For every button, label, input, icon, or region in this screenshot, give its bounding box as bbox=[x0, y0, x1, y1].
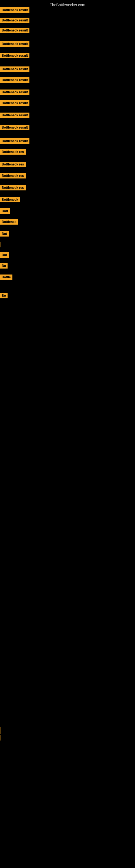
bottleneck-badge: Bottlenec bbox=[0, 219, 18, 225]
bottleneck-badge: Bottleneck result bbox=[0, 53, 30, 58]
bottleneck-badge: Bot bbox=[0, 231, 9, 237]
bottleneck-badge: Bottleneck result bbox=[0, 18, 30, 23]
bottleneck-badge: Bottle bbox=[0, 275, 12, 280]
bottleneck-badge: Bo bbox=[0, 293, 8, 299]
bottleneck-badge: Bottleneck res bbox=[0, 173, 26, 179]
bottleneck-badge: Bottleneck result bbox=[0, 125, 30, 130]
bottleneck-badge: Bottleneck res bbox=[0, 162, 26, 167]
bottleneck-badge: Bottleneck result bbox=[0, 113, 30, 118]
bottleneck-badge: Bottleneck res bbox=[0, 185, 26, 190]
bottleneck-badge: Bottleneck result bbox=[0, 41, 30, 46]
bottleneck-badge: Bottleneck result bbox=[0, 28, 30, 33]
bottleneck-badge: Bottleneck bbox=[0, 197, 20, 203]
vertical-line bbox=[1, 242, 1, 247]
bottleneck-badge: Bottleneck result bbox=[0, 100, 30, 106]
bottleneck-badge: Bot bbox=[0, 252, 9, 258]
bottleneck-badge: Bottleneck result bbox=[0, 138, 30, 144]
bottleneck-badge: Bo bbox=[0, 263, 8, 269]
bottleneck-badge: Bottleneck result bbox=[0, 66, 30, 72]
bottleneck-badge: Bottleneck result bbox=[0, 77, 30, 83]
bottleneck-badge: Bottleneck result bbox=[0, 7, 30, 13]
bottleneck-badge: Bottleneck result bbox=[0, 90, 30, 95]
vertical-line bbox=[1, 727, 1, 734]
bottleneck-badge: Bott bbox=[0, 208, 10, 214]
vertical-line bbox=[1, 735, 1, 741]
bottleneck-badge: Bottleneck res bbox=[0, 149, 26, 155]
